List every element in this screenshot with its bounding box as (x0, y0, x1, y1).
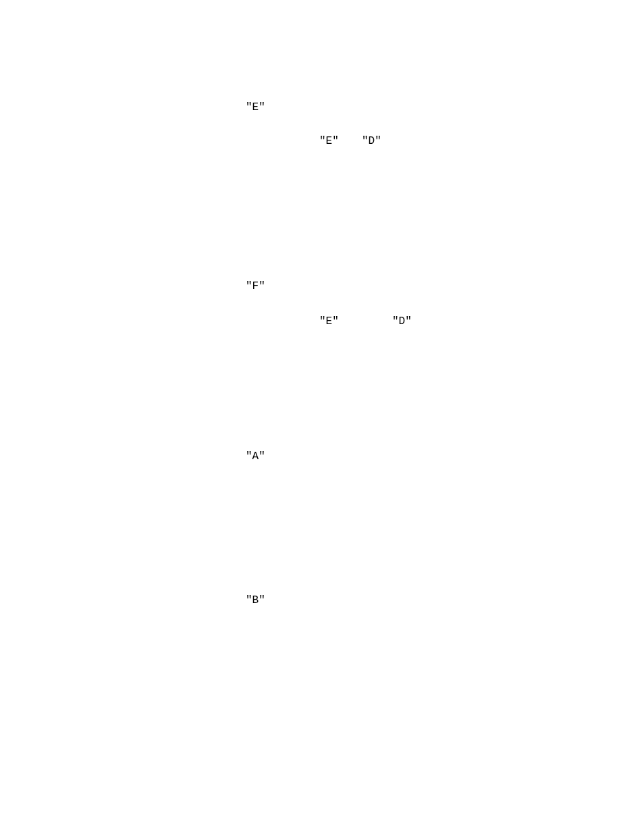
label-a-1: "A" (246, 450, 265, 463)
label-b-1: "B" (246, 594, 265, 606)
label-e-1: "E" (246, 101, 265, 113)
label-d-1: "D" (362, 135, 381, 147)
label-f-1: "F" (246, 280, 265, 292)
label-e-2: "E" (319, 135, 339, 147)
label-d-2: "D" (392, 315, 412, 328)
label-e-3: "E" (319, 315, 339, 328)
